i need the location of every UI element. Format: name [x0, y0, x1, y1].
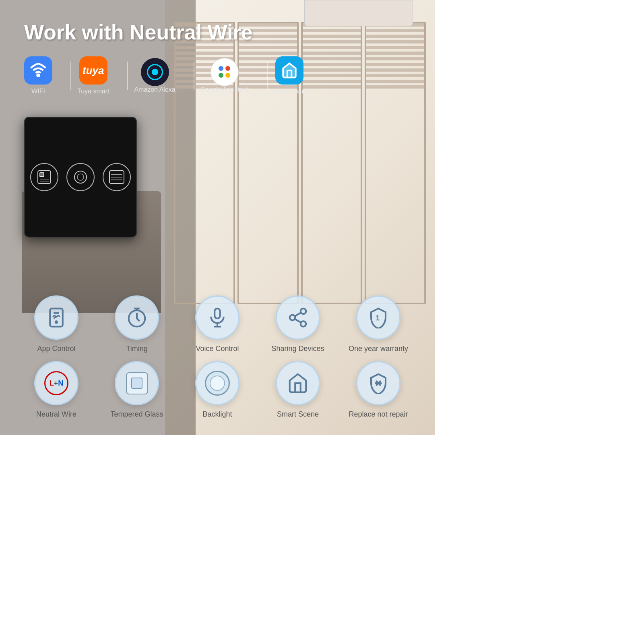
ln-badge-icon: L+N	[44, 371, 68, 395]
tuya-icon-bg: tuya	[79, 56, 107, 85]
feature-circle-sharing	[276, 295, 320, 340]
feature-smart-scene: Smart Scene	[264, 361, 332, 419]
svg-rect-2	[40, 173, 44, 177]
features-section: App Control Timing	[0, 295, 435, 427]
svg-point-0	[37, 74, 39, 76]
square-switch-inner	[131, 378, 142, 389]
smart-home-icon	[287, 372, 309, 394]
square-switch-icon	[126, 372, 148, 394]
feature-label-app-control: App Control	[37, 345, 75, 353]
phone-icon	[45, 307, 67, 328]
google-dot-yellow	[225, 73, 230, 78]
feature-circle-backlight	[195, 361, 239, 405]
feature-tempered-glass: Tempered Glass	[103, 361, 171, 419]
feature-label-warranty: One year warranty	[349, 345, 408, 353]
feature-label-neutral-wire: Neutral Wire	[36, 410, 76, 419]
divider-3	[194, 62, 194, 90]
alexa-ring-icon	[147, 64, 163, 80]
tuya-home-icon	[281, 62, 298, 79]
feature-neutral-wire: L+N Neutral Wire	[22, 361, 91, 419]
feature-circle-neutral-wire: L+N	[34, 361, 78, 405]
svg-point-6	[77, 174, 84, 180]
feature-circle-replace	[356, 361, 400, 405]
switch-button-1[interactable]	[30, 163, 58, 191]
tuya-text-icon: tuya	[83, 64, 104, 77]
ln-plus: +	[54, 379, 58, 388]
feature-circle-warranty: 1	[356, 295, 400, 340]
wifi-icon	[30, 62, 47, 79]
divider-4	[267, 62, 268, 90]
feature-backlight: Backlight	[183, 361, 252, 419]
warranty-icon: 1	[367, 307, 389, 328]
feature-circle-tempered	[115, 361, 159, 405]
feature-label-tempered: Tempered Glass	[110, 410, 163, 419]
feature-replace: Replace not repair	[344, 361, 413, 419]
wifi-label: WIFI	[31, 88, 45, 95]
svg-point-13	[56, 321, 58, 323]
svg-line-21	[295, 319, 301, 322]
svg-point-5	[74, 171, 87, 183]
alexa-inner-dot	[152, 69, 158, 75]
feature-voice-control: Voice Control	[183, 295, 252, 353]
backlight-circle-icon	[205, 371, 230, 396]
features-row-2: L+N Neutral Wire Tempered Glass	[16, 361, 419, 419]
feature-circle-smart-scene	[276, 361, 320, 405]
wifi-icon-bg	[24, 56, 52, 85]
alexa-icon-bg	[141, 58, 169, 86]
feature-circle-app-control	[34, 295, 78, 340]
svg-text:1: 1	[376, 314, 380, 322]
backlight-inner	[210, 376, 225, 391]
google-dot-red	[225, 66, 230, 71]
tuya-home-label: Tuya smart	[274, 88, 305, 95]
feature-label-replace: Replace not repair	[349, 410, 408, 419]
divider-2	[127, 62, 128, 90]
feature-warranty: 1 One year warranty	[344, 295, 413, 353]
feature-timing: Timing	[103, 295, 171, 353]
feature-label-timing: Timing	[126, 345, 147, 353]
switch-icon-3	[107, 167, 126, 187]
feature-label-smart-scene: Smart Scene	[277, 410, 319, 419]
google-label: Google Assistant	[200, 86, 249, 93]
app-icon-tuya-home: Tuya smart	[274, 56, 305, 95]
app-icon-alexa: Amazon Alexa	[134, 58, 175, 93]
app-icons-row: WIFI tuya Tuya smart Amazon Alexa	[24, 56, 411, 95]
shield-replace-icon	[367, 372, 389, 394]
tuya-home-bg	[275, 56, 303, 85]
app-icon-google: Google Assistant	[200, 58, 249, 93]
switch-icon-2	[72, 169, 89, 186]
features-row-1: App Control Timing	[16, 295, 419, 353]
svg-point-18	[301, 309, 306, 314]
page-title: Work with Neutral Wire	[24, 20, 411, 44]
app-icon-tuya: tuya Tuya smart	[77, 56, 109, 95]
clock-icon	[126, 307, 148, 328]
switch-panel	[24, 117, 137, 237]
svg-line-22	[295, 313, 301, 316]
svg-point-20	[301, 321, 306, 327]
divider-1	[70, 62, 71, 90]
feature-circle-timing	[115, 295, 159, 340]
feature-label-sharing: Sharing Devices	[271, 345, 324, 353]
switch-button-3[interactable]	[103, 163, 131, 191]
feature-label-voice: Voice Control	[196, 345, 239, 353]
feature-label-backlight: Backlight	[202, 410, 232, 419]
switch-icon-1	[35, 167, 54, 187]
svg-rect-15	[215, 309, 220, 319]
main-content: Work with Neutral Wire WIFI tuya Tuya sm…	[0, 0, 435, 435]
app-icon-wifi: WIFI	[24, 56, 52, 95]
ln-l: L	[50, 379, 54, 388]
google-icon-bg	[211, 58, 239, 86]
feature-circle-voice	[195, 295, 239, 340]
ln-n: N	[58, 379, 63, 388]
svg-point-19	[290, 315, 295, 320]
feature-sharing: Sharing Devices	[264, 295, 332, 353]
mic-icon	[206, 307, 228, 328]
alexa-label: Amazon Alexa	[134, 86, 175, 93]
google-dots-icon	[219, 66, 231, 78]
google-dot-green	[219, 73, 223, 78]
google-dot-blue	[219, 66, 223, 71]
tuya-label: Tuya smart	[77, 88, 109, 95]
switch-button-2[interactable]	[66, 163, 95, 191]
feature-app-control: App Control	[22, 295, 91, 353]
share-icon	[287, 307, 309, 328]
